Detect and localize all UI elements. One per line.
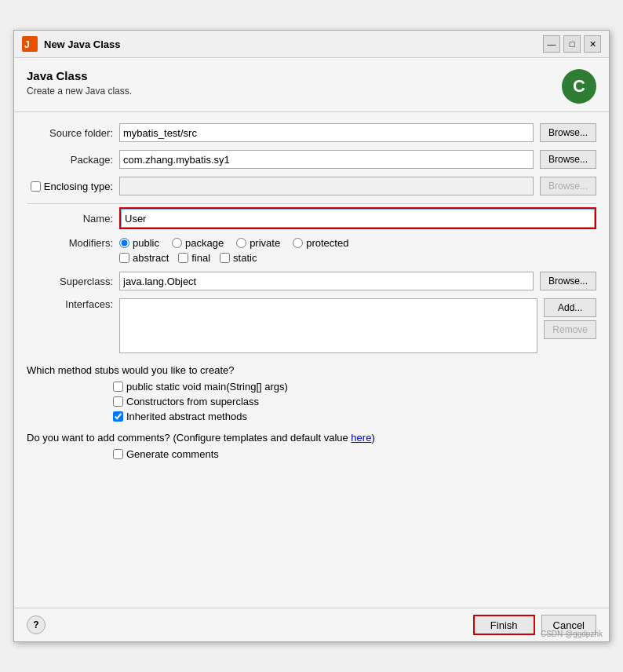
source-folder-browse-button[interactable]: Browse... [540,123,596,142]
header-title: Java Class [27,69,132,82]
superclass-label: Superclass: [27,276,113,287]
modifiers-checkbox-group: abstract final static [119,252,596,264]
generate-comments-checkbox[interactable] [113,449,123,459]
stub-main-method[interactable]: public static void main(String[] args) [113,381,596,393]
modifier-abstract-checkbox[interactable] [119,253,129,263]
modifier-public[interactable]: public [119,237,159,249]
modifier-private-radio[interactable] [236,238,246,248]
comments-question: Do you want to add comments? (Configure … [27,432,596,444]
close-button[interactable]: ✕ [584,35,601,53]
stub-inherited[interactable]: Inherited abstract methods [113,411,596,422]
modifier-final-checkbox[interactable] [178,253,188,263]
name-label: Name: [27,213,113,225]
add-interface-button[interactable]: Add... [544,298,596,317]
package-browse-button[interactable]: Browse... [540,150,596,169]
comments-section: Do you want to add comments? (Configure … [27,432,596,460]
maximize-button[interactable]: □ [563,35,581,53]
header-subtitle: Create a new Java class. [27,86,132,97]
interfaces-row: Interfaces: Add... Remove [27,298,596,353]
modifier-public-radio[interactable] [119,238,129,248]
modifier-protected[interactable]: protected [293,237,348,249]
stub-main-method-checkbox[interactable] [113,382,123,392]
dialog-title: New Java Class [44,38,537,50]
separator-1 [27,203,596,204]
name-input-wrapper [119,207,596,229]
superclass-input[interactable] [119,272,534,290]
modifier-package[interactable]: package [172,237,224,249]
source-folder-row: Source folder: Browse... [27,123,596,142]
package-label: Package: [27,154,113,166]
name-row: Name: [27,207,596,229]
modifier-static-checkbox[interactable] [220,253,230,263]
header-text: Java Class Create a new Java class. [27,69,132,97]
superclass-browse-button[interactable]: Browse... [540,272,596,290]
dialog-footer: ? Finish Cancel [14,608,609,641]
eclipse-logo: C [562,69,596,104]
title-bar: J New Java Class — □ ✕ [14,31,609,58]
enclosing-type-row: Enclosing type: Browse... [27,177,596,195]
help-button[interactable]: ? [27,615,46,634]
enclosing-type-input[interactable] [119,177,534,195]
modifiers-options: public package private protected [119,237,596,264]
interfaces-list [119,298,537,353]
source-folder-input[interactable] [119,123,534,142]
footer-left: ? [27,615,46,634]
modifier-final[interactable]: final [178,252,210,264]
comments-group: Generate comments [113,448,596,460]
package-row: Package: Browse... [27,150,596,169]
modifier-private[interactable]: private [236,237,280,249]
dialog-icon: J [22,36,38,52]
package-input[interactable] [119,150,534,169]
stub-inherited-checkbox[interactable] [113,411,123,422]
finish-button[interactable]: Finish [473,615,535,635]
modifier-package-radio[interactable] [172,238,182,248]
generate-comments[interactable]: Generate comments [113,448,596,460]
interfaces-buttons: Add... Remove [544,298,596,339]
source-folder-label: Source folder: [27,127,113,139]
name-input[interactable] [121,209,595,228]
modifier-static[interactable]: static [220,252,257,264]
method-stubs-title: Which method stubs would you like to cre… [27,364,596,376]
stub-constructors[interactable]: Constructors from superclass [113,396,596,407]
remove-interface-button[interactable]: Remove [544,320,596,339]
watermark: CSDN @ggdpzhk [541,630,603,638]
superclass-row: Superclass: Browse... [27,272,596,290]
new-java-class-dialog: J New Java Class — □ ✕ Java Class Create… [13,30,610,642]
stub-constructors-checkbox[interactable] [113,396,123,407]
modifiers-radio-group: public package private protected [119,237,596,249]
enclosing-type-label: Enclosing type: [44,181,113,192]
svg-text:J: J [24,39,30,50]
method-stubs-group: public static void main(String[] args) C… [113,381,596,422]
modifiers-label: Modifiers: [27,237,113,249]
dialog-header: Java Class Create a new Java class. C [14,58,609,112]
enclosing-type-browse-button[interactable]: Browse... [540,177,596,195]
enclosing-type-checkbox[interactable] [31,181,41,192]
window-controls: — □ ✕ [543,35,601,53]
modifier-abstract[interactable]: abstract [119,252,169,264]
minimize-button[interactable]: — [543,35,560,53]
here-link[interactable]: here [351,432,371,444]
dialog-body: Source folder: Browse... Package: Browse… [14,112,609,608]
interfaces-label: Interfaces: [27,298,113,310]
modifiers-row: Modifiers: public package private [27,237,596,264]
modifier-protected-radio[interactable] [293,238,303,248]
